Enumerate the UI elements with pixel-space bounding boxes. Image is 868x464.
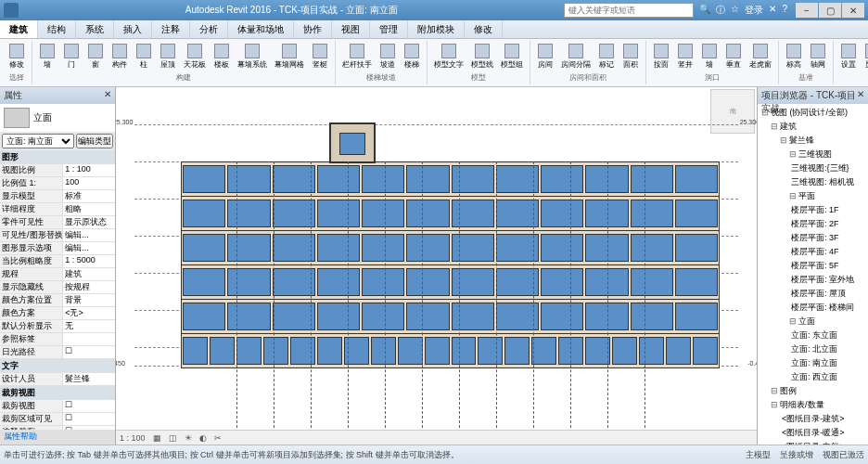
grid-line[interactable]: 2: [274, 161, 274, 437]
property-row[interactable]: 零件可见性显示原状态: [0, 216, 115, 229]
property-row[interactable]: 当比例粗略度1 : 5000: [0, 255, 115, 268]
ribbon-tab[interactable]: 注释: [152, 20, 190, 38]
tree-node[interactable]: 楼层平面: 1F: [760, 203, 866, 217]
tree-node[interactable]: 立面: 北立面: [760, 342, 866, 356]
property-row[interactable]: 显示模型标准: [0, 190, 115, 203]
ribbon-tab[interactable]: 系统: [76, 20, 114, 38]
grid-line[interactable]: 7: [459, 161, 460, 437]
search-icon[interactable]: 🔍: [699, 4, 710, 17]
exchange-icon[interactable]: ✕: [769, 4, 776, 17]
close-button[interactable]: ✕: [842, 3, 864, 18]
ribbon-button[interactable]: 天花板: [181, 43, 209, 71]
property-row[interactable]: 颜色方案<无>: [0, 307, 115, 320]
status-item[interactable]: 主模型: [746, 449, 771, 461]
ribbon-button[interactable]: 墙: [698, 43, 721, 71]
ribbon-button[interactable]: 模型组: [498, 43, 526, 71]
ribbon-button[interactable]: 房间分隔: [558, 43, 594, 71]
property-row[interactable]: 日光路径☐: [0, 346, 115, 359]
ribbon-tab[interactable]: 插入: [114, 20, 152, 38]
ribbon-button[interactable]: 坡道: [377, 43, 399, 71]
tree-node[interactable]: 立面: 东立面: [760, 329, 866, 342]
tree-node[interactable]: ⊟立面: [760, 315, 866, 329]
ribbon-tab[interactable]: 管理: [370, 20, 408, 38]
tree-node[interactable]: 楼层平面: 屋顶: [760, 287, 866, 301]
ribbon-button[interactable]: 幕墙系统: [235, 43, 270, 71]
grid-line[interactable]: 12: [645, 161, 645, 437]
subscription-icon[interactable]: ⓘ: [716, 4, 725, 17]
ribbon-button[interactable]: 栏杆扶手: [339, 43, 375, 71]
search-input[interactable]: [564, 3, 694, 18]
login-label[interactable]: 登录: [745, 4, 763, 17]
tree-node[interactable]: 楼层平面: 5F: [760, 259, 866, 273]
tree-node[interactable]: 立面: 西立面: [760, 370, 866, 384]
grid-line[interactable]: 4: [348, 161, 349, 437]
ribbon-tab[interactable]: 附加模块: [408, 20, 465, 38]
ribbon-button[interactable]: 楼板: [211, 43, 233, 71]
tree-node[interactable]: 楼层平面: 2F: [760, 217, 866, 231]
property-row[interactable]: 默认分析显示无: [0, 320, 115, 333]
scale-control[interactable]: 1 : 100: [120, 433, 146, 443]
ribbon-button[interactable]: 构件: [108, 43, 131, 71]
close-icon[interactable]: ✕: [104, 89, 111, 102]
ribbon-tab[interactable]: 体量和场地: [228, 20, 294, 38]
grid-line[interactable]: 1: [236, 161, 237, 437]
grid-line[interactable]: 10: [570, 161, 571, 437]
properties-header[interactable]: 属性✕: [0, 87, 115, 104]
ribbon-button[interactable]: 幕墙网格: [272, 43, 307, 71]
ribbon-button[interactable]: 房间: [534, 43, 556, 71]
property-row[interactable]: 颜色方案位置背景: [0, 294, 115, 307]
tree-node[interactable]: 楼层平面: 3F: [760, 231, 866, 245]
ribbon-button[interactable]: 门: [60, 43, 83, 71]
tree-node[interactable]: <图纸目录-暖通>: [760, 426, 866, 440]
property-row[interactable]: 规程建筑: [0, 268, 115, 281]
shadow-icon[interactable]: ◐: [199, 433, 207, 443]
tree-node[interactable]: 楼层平面: 楼梯间: [760, 301, 866, 315]
visual-style-icon[interactable]: ◫: [169, 433, 177, 443]
property-row[interactable]: 设计人员鬟兰锋: [0, 373, 115, 386]
tree-node[interactable]: 立面: 南立面: [760, 356, 866, 370]
grid-line[interactable]: 3: [311, 161, 312, 437]
status-item[interactable]: 视图已激活: [823, 449, 864, 461]
property-row[interactable]: 视图比例1 : 100: [0, 164, 115, 177]
ribbon-tab[interactable]: 结构: [38, 20, 76, 38]
ribbon-button[interactable]: 老虎窗: [747, 43, 774, 71]
tree-node[interactable]: ⊟平面: [760, 189, 866, 203]
ribbon-button[interactable]: 垂直: [722, 43, 745, 71]
properties-help-link[interactable]: 属性帮助: [0, 430, 115, 445]
level-marker[interactable]: 楼梯间屋面 25.30025.300 楼梯间屋面: [134, 124, 738, 125]
ribbon-button[interactable]: 设置: [837, 43, 860, 71]
browser-header[interactable]: 项目浏览器 - TCK-项目实战✕: [758, 87, 868, 104]
tree-node[interactable]: ⊟三维视图: [760, 148, 866, 161]
ribbon-tab[interactable]: 协作: [294, 20, 332, 38]
status-item[interactable]: 呈接或增: [780, 449, 813, 461]
ribbon-tab[interactable]: 建筑: [0, 20, 38, 38]
ribbon-button[interactable]: 墙: [36, 43, 58, 71]
property-row[interactable]: 裁剪视图☐: [0, 400, 115, 413]
property-row[interactable]: 参照标签: [0, 333, 115, 346]
ribbon-tab[interactable]: 分析: [190, 20, 228, 38]
tree-node[interactable]: <图纸目录-电气>: [760, 440, 866, 445]
ribbon-button[interactable]: 竖梃: [309, 43, 331, 71]
tree-node[interactable]: 三维视图: 相机视: [760, 175, 866, 189]
tree-node[interactable]: ⊟明细表/数量: [760, 398, 866, 412]
detail-level-icon[interactable]: ▦: [153, 433, 161, 443]
tree-node[interactable]: 楼层平面: 4F: [760, 245, 866, 259]
grid-line[interactable]: 9: [533, 161, 534, 437]
grid-line[interactable]: 8: [496, 161, 497, 437]
crop-icon[interactable]: ✂: [214, 433, 222, 443]
ribbon-tab[interactable]: 视图: [332, 20, 370, 38]
minimize-button[interactable]: −: [796, 3, 818, 18]
property-row[interactable]: 可见性/图形替换编辑...: [0, 229, 115, 242]
ribbon-button[interactable]: 竖井: [674, 43, 696, 71]
property-row[interactable]: 图形显示选项编辑...: [0, 242, 115, 255]
ribbon-button[interactable]: 按面: [650, 43, 672, 71]
grid-line[interactable]: 6: [422, 161, 423, 437]
ribbon-button[interactable]: 标记: [595, 43, 618, 71]
tree-node[interactable]: 三维视图:{三维}: [760, 161, 866, 175]
ribbon-button[interactable]: 屋顶: [157, 43, 179, 71]
ribbon-button[interactable]: 柱: [133, 43, 155, 71]
ribbon-button[interactable]: 修改: [6, 43, 28, 71]
favorite-icon[interactable]: ☆: [731, 4, 739, 17]
ribbon-button[interactable]: 楼梯: [401, 43, 423, 71]
ribbon-button[interactable]: 窗: [84, 43, 107, 71]
